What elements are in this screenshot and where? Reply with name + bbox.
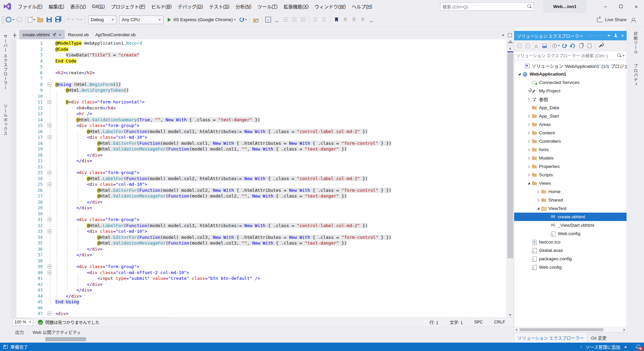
menu-1[interactable]: ファイル(F)	[15, 0, 46, 13]
expand-icon[interactable]	[526, 174, 532, 176]
expand-icon[interactable]	[526, 149, 532, 151]
fold-collapse-icon[interactable]	[48, 312, 51, 315]
open-folder-button[interactable]	[36, 15, 44, 24]
tree-item-_ViewStart.vbhtml[interactable]: _ViewStart.vbhtml	[514, 221, 627, 229]
collapse-all-button[interactable]	[577, 42, 585, 50]
tree-item-App_Start[interactable]: App_Start	[514, 112, 627, 120]
close-button[interactable]: ×	[629, 0, 644, 13]
menu-10[interactable]: ツール(T)	[254, 0, 280, 13]
float-window-icon[interactable]	[508, 33, 512, 37]
menu-4[interactable]: Git(G)	[89, 0, 108, 13]
live-share-button[interactable]: Live Share	[597, 17, 627, 22]
left-tool-tab-1[interactable]: サーバー エクスプローラー	[2, 34, 8, 90]
redo-button[interactable]: ↷	[75, 15, 83, 24]
properties-wrench-button[interactable]	[597, 42, 605, 50]
overflow-dash-button[interactable]	[367, 15, 375, 24]
tab-pin-icon[interactable]	[10, 33, 19, 39]
pending-changes-filter-button[interactable]	[552, 42, 560, 50]
menu-7[interactable]: デバッグ(D)	[175, 0, 206, 13]
tree-item-ViewTest[interactable]: ViewTest	[514, 204, 627, 213]
tree-item-App_Data[interactable]: App_Data	[514, 103, 627, 112]
menu-6[interactable]: ビルド(B)	[148, 0, 175, 13]
tree-item-Shared[interactable]: Shared	[514, 196, 627, 204]
document-health[interactable]: 問題は見つかりませんでした	[38, 319, 100, 325]
menu-8[interactable]: テスト(S)	[206, 0, 232, 13]
bottom-panel-tab-1[interactable]: 出力	[15, 329, 24, 335]
fold-collapse-icon[interactable]	[48, 229, 51, 233]
sync-with-active-document-button[interactable]	[569, 42, 577, 50]
document-tab-Record.vb[interactable]: Record.vb	[65, 30, 92, 39]
tree-item-Home[interactable]: Home	[514, 187, 627, 196]
expand-icon[interactable]	[526, 98, 532, 100]
tree-item-Web.config[interactable]: Web.config	[514, 263, 627, 271]
fold-collapse-icon[interactable]	[48, 100, 51, 104]
scroll-right-icon[interactable]	[624, 328, 625, 331]
tree-item-Connected-Services[interactable]: Connected Services	[514, 78, 627, 87]
tree-item-Global.asax[interactable]: Global.asax	[514, 246, 627, 255]
close-tab-icon[interactable]: ×	[59, 32, 61, 37]
expand-icon[interactable]	[526, 140, 532, 142]
global-search-input[interactable]: 検索 (Ctrl+Q)	[440, 2, 534, 11]
tree-item-Properties[interactable]: Properties	[514, 162, 627, 171]
new-project-button[interactable]	[28, 15, 36, 24]
expand-icon[interactable]	[535, 199, 541, 201]
column-indicator[interactable]: 文字: 1	[450, 319, 463, 325]
bottom-panel-tab-2[interactable]: Web 公開アクティビティ	[33, 329, 81, 335]
preview-selected-items-button[interactable]	[586, 42, 593, 50]
fold-collapse-icon[interactable]	[48, 218, 51, 221]
toolbar-grip[interactable]	[1, 16, 5, 24]
menu-3[interactable]: 表示(V)	[67, 0, 89, 13]
browse-with-button[interactable]: ⌂	[264, 15, 272, 24]
collapse-icon[interactable]	[526, 182, 532, 184]
uncomment-selection-button[interactable]	[320, 15, 328, 24]
expand-icon[interactable]	[526, 124, 532, 126]
scroll-left-icon[interactable]	[516, 328, 517, 331]
feedback-icon[interactable]	[631, 17, 638, 23]
zoom-select[interactable]: 100 %	[12, 319, 33, 326]
tree-item-Views[interactable]: Views	[514, 179, 627, 187]
fold-collapse-icon[interactable]	[48, 271, 51, 274]
navigate-forward-button[interactable]: →	[15, 15, 23, 24]
tree-item-fonts[interactable]: fonts	[514, 145, 627, 154]
tree-item-Scripts[interactable]: Scripts	[514, 171, 627, 179]
overflow-dash-button[interactable]	[273, 15, 281, 24]
solution-explorer-header[interactable]: ソリューション エクスプローラー ×	[514, 31, 627, 40]
glyph-margin[interactable]	[10, 39, 16, 317]
navigate-forward-button[interactable]: ›	[524, 42, 532, 50]
refresh-button[interactable]	[560, 42, 568, 50]
solution-horizontal-scrollbar[interactable]	[514, 327, 627, 332]
fold-collapse-icon[interactable]	[48, 182, 51, 186]
line-indicator[interactable]: 行: 1	[429, 319, 438, 325]
tree-item-My-Project[interactable]: My Project	[514, 87, 627, 95]
footer-tab-2[interactable]: Git 変更	[588, 333, 610, 343]
tree-item-Models[interactable]: Models	[514, 154, 627, 162]
notifications-bell-icon[interactable]: 4	[636, 344, 641, 350]
scroll-down-icon[interactable]	[509, 314, 512, 316]
pin-icon[interactable]	[614, 34, 617, 38]
collapse-icon[interactable]	[535, 207, 541, 210]
tree-item-create.vbhtml[interactable]: create.vbhtml	[514, 213, 627, 221]
solution-platform-select[interactable]: Any CPU	[119, 15, 163, 24]
panel-menu-icon[interactable]	[607, 35, 610, 37]
spaces-indicator[interactable]: SPC	[474, 320, 483, 324]
indent-increase-button[interactable]	[299, 15, 307, 24]
tree-item-WebApplication1[interactable]: WebApplication1	[514, 70, 627, 78]
undo-button[interactable]: ↶	[66, 15, 74, 24]
right-tool-tab-2[interactable]: プロパティ	[632, 64, 639, 87]
scroll-up-icon[interactable]	[509, 47, 512, 49]
tree-item-packages.config[interactable]: packages.config	[514, 255, 627, 263]
add-to-source-control-button[interactable]: ソース管理に追加	[586, 344, 620, 350]
tree-item-Content[interactable]: Content	[514, 129, 627, 137]
previous-bookmark-button[interactable]	[341, 15, 349, 24]
find-in-files-button[interactable]	[252, 15, 260, 24]
collapsed-panel-scrollbar[interactable]	[45, 337, 86, 341]
expand-icon[interactable]	[526, 132, 532, 134]
comment-selection-button[interactable]	[311, 15, 319, 24]
save-button[interactable]	[45, 15, 53, 24]
expand-icon[interactable]	[526, 157, 532, 159]
menu-12[interactable]: ウィンドウ(W)	[312, 0, 349, 13]
save-all-button[interactable]	[54, 15, 62, 24]
document-tab-create.vbhtml[interactable]: create.vbhtml×	[19, 30, 65, 39]
solution-configuration-select[interactable]: Debug	[88, 15, 116, 24]
navigate-backward-button[interactable]: ←	[6, 15, 14, 24]
